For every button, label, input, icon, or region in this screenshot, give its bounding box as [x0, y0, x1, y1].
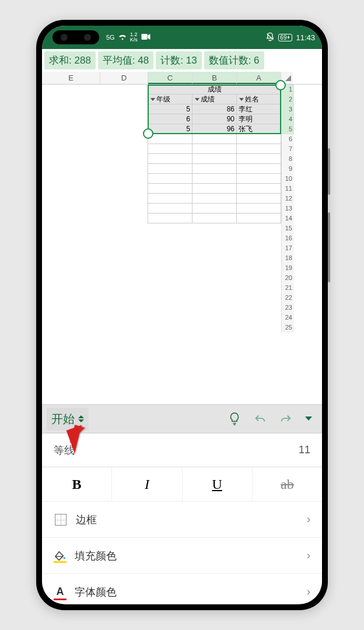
- row-number[interactable]: 17: [281, 243, 294, 253]
- cell[interactable]: [42, 223, 100, 233]
- row-8[interactable]: 8: [42, 154, 322, 164]
- row-3[interactable]: 586李红3: [42, 104, 322, 114]
- cell[interactable]: [148, 323, 192, 332]
- cell[interactable]: [192, 323, 237, 332]
- cell[interactable]: 6: [148, 114, 192, 124]
- row-number[interactable]: 7: [281, 144, 294, 154]
- more-button[interactable]: [300, 407, 317, 430]
- row-number[interactable]: 23: [281, 303, 294, 313]
- row-2[interactable]: 年级成绩姓名2: [42, 94, 322, 104]
- row-15[interactable]: 15: [42, 223, 322, 233]
- cell[interactable]: [192, 184, 237, 194]
- row-number[interactable]: 18: [281, 253, 294, 263]
- row-number[interactable]: 15: [281, 223, 294, 233]
- cell[interactable]: [100, 313, 148, 323]
- row-9[interactable]: 9: [42, 164, 322, 174]
- cell[interactable]: [42, 313, 100, 323]
- cell[interactable]: [100, 263, 148, 273]
- lightbulb-button[interactable]: [223, 407, 246, 430]
- cell[interactable]: [192, 293, 237, 303]
- italic-button[interactable]: I: [112, 467, 182, 501]
- col-header-b[interactable]: B: [192, 72, 237, 84]
- cell[interactable]: [148, 283, 192, 293]
- row-number[interactable]: 16: [281, 233, 294, 243]
- cell[interactable]: [192, 214, 237, 223]
- cell[interactable]: [192, 263, 237, 273]
- cell[interactable]: [100, 85, 148, 94]
- row-16[interactable]: 16: [42, 233, 322, 243]
- col-header-a[interactable]: A: [237, 72, 281, 84]
- cell[interactable]: [148, 144, 192, 154]
- cell[interactable]: [100, 184, 148, 194]
- row-number[interactable]: 1: [281, 85, 294, 94]
- row-number[interactable]: 10: [281, 174, 294, 184]
- row-number[interactable]: 2: [281, 94, 294, 104]
- cell[interactable]: 年级: [148, 94, 192, 104]
- cell[interactable]: [148, 313, 192, 323]
- cell[interactable]: [192, 283, 237, 293]
- cell[interactable]: 90: [192, 114, 237, 124]
- row-5[interactable]: 596张飞5: [42, 124, 322, 134]
- cell[interactable]: [42, 273, 100, 283]
- row-7[interactable]: 7: [42, 144, 322, 154]
- cell[interactable]: [148, 303, 192, 313]
- row-number[interactable]: 12: [281, 194, 294, 204]
- row-number[interactable]: 8: [281, 154, 294, 164]
- cell[interactable]: [100, 154, 148, 164]
- cell[interactable]: [42, 154, 100, 164]
- cell[interactable]: [148, 253, 192, 263]
- cell[interactable]: [42, 134, 100, 144]
- cell[interactable]: [148, 194, 192, 204]
- cell[interactable]: [237, 154, 281, 164]
- cell[interactable]: [148, 273, 192, 283]
- row-12[interactable]: 12: [42, 194, 322, 204]
- cell[interactable]: [237, 283, 281, 293]
- column-headers[interactable]: E D C B A: [42, 72, 322, 85]
- cell[interactable]: [42, 293, 100, 303]
- row-number[interactable]: 4: [281, 114, 294, 124]
- cell[interactable]: 张飞: [237, 124, 281, 134]
- cell[interactable]: [100, 323, 148, 332]
- cell[interactable]: [100, 303, 148, 313]
- spreadsheet-grid[interactable]: E D C B A 成绩1年级成绩姓名2586李红3690李明4596张飞567…: [42, 72, 322, 404]
- cell[interactable]: 李红: [237, 104, 281, 114]
- cell[interactable]: [42, 263, 100, 273]
- cell[interactable]: 96: [192, 124, 237, 134]
- col-header-e[interactable]: E: [42, 72, 100, 84]
- cell[interactable]: 李明: [237, 114, 281, 124]
- row-11[interactable]: 11: [42, 184, 322, 194]
- row-number[interactable]: 22: [281, 293, 294, 303]
- cell[interactable]: [237, 164, 281, 174]
- cell[interactable]: [100, 114, 148, 124]
- cell[interactable]: [100, 243, 148, 253]
- cell[interactable]: [42, 94, 100, 104]
- cell[interactable]: [100, 204, 148, 214]
- row-number[interactable]: 13: [281, 204, 294, 214]
- cell[interactable]: [100, 273, 148, 283]
- cell[interactable]: [100, 94, 148, 104]
- row-number[interactable]: 14: [281, 214, 294, 223]
- cell[interactable]: [237, 134, 281, 144]
- row-number[interactable]: 5: [281, 124, 294, 134]
- cell[interactable]: [100, 134, 148, 144]
- cell[interactable]: 86: [192, 104, 237, 114]
- cell[interactable]: [42, 323, 100, 332]
- cell[interactable]: [192, 233, 237, 243]
- fill-color-row[interactable]: 填充颜色 ›: [42, 538, 322, 574]
- cell[interactable]: [237, 223, 281, 233]
- col-header-d[interactable]: D: [100, 72, 148, 84]
- cell[interactable]: [237, 243, 281, 253]
- cell[interactable]: [42, 214, 100, 223]
- cell[interactable]: [148, 223, 192, 233]
- cell[interactable]: [42, 184, 100, 194]
- redo-button[interactable]: [274, 407, 298, 430]
- cell[interactable]: [237, 253, 281, 263]
- cell[interactable]: [100, 223, 148, 233]
- cell[interactable]: [192, 144, 237, 154]
- cell[interactable]: [148, 243, 192, 253]
- cell[interactable]: 成绩: [192, 94, 237, 104]
- row-number[interactable]: 19: [281, 263, 294, 273]
- cell[interactable]: [148, 293, 192, 303]
- cell[interactable]: [42, 233, 100, 243]
- row-number[interactable]: 9: [281, 164, 294, 174]
